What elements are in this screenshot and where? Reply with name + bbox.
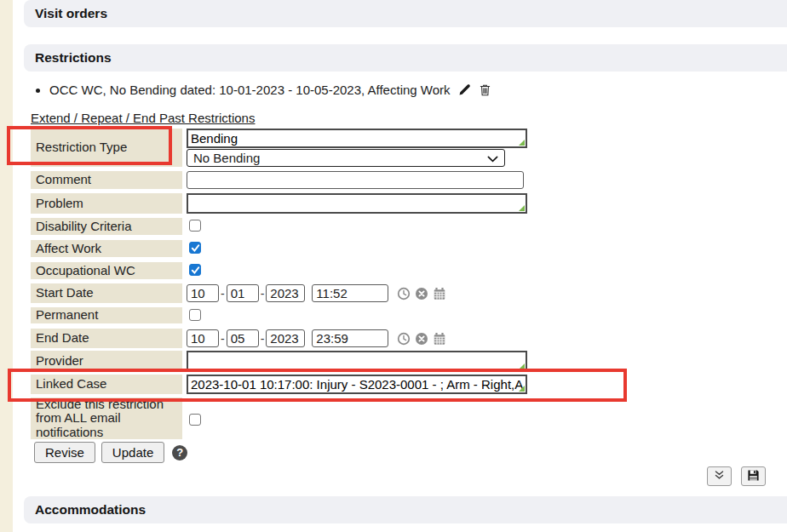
row-affect-work: Affect Work <box>31 240 678 257</box>
start-time-input[interactable] <box>312 284 388 302</box>
row-provider: Provider <box>31 351 678 372</box>
end-month-input[interactable] <box>187 329 219 347</box>
edit-pencil-icon[interactable] <box>458 83 471 100</box>
occupational-wc-checkbox[interactable] <box>189 264 201 276</box>
end-date-label: End Date <box>31 329 182 348</box>
restriction-category-textarea[interactable]: Bending <box>187 129 527 148</box>
clock-icon[interactable] <box>397 287 411 300</box>
visit-orders-title: Visit orders <box>35 6 107 21</box>
exclude-email-checkbox[interactable] <box>189 414 201 426</box>
affect-work-label: Affect Work <box>31 240 182 257</box>
restriction-type-select[interactable]: No Bending <box>187 149 505 167</box>
collapse-section-button[interactable] <box>707 466 732 486</box>
restriction-item-text: OCC WC, No Bending dated: 10-01-2023 - 1… <box>49 83 451 97</box>
form-action-buttons: Revise Update ? <box>34 442 187 463</box>
delete-trash-icon[interactable] <box>479 83 491 100</box>
help-icon[interactable]: ? <box>172 445 187 460</box>
restriction-type-label: Restriction Type <box>31 129 182 167</box>
double-chevron-down-icon <box>714 470 725 483</box>
visit-orders-page: Visit orders Restrictions OCC WC, No Ben… <box>0 0 787 532</box>
update-button[interactable]: Update <box>101 442 164 463</box>
revise-button[interactable]: Revise <box>34 442 95 463</box>
problem-label: Problem <box>31 193 182 214</box>
restrictions-title: Restrictions <box>35 50 112 66</box>
left-margin-strip <box>0 0 13 532</box>
problem-textarea[interactable] <box>187 193 527 214</box>
comment-label: Comment <box>31 171 182 189</box>
clear-date-icon[interactable] <box>415 287 428 300</box>
row-linked-case: Linked Case 2023-10-01 10:17:00: Injury … <box>31 375 678 394</box>
calendar-icon[interactable] <box>433 332 446 346</box>
comment-input[interactable] <box>187 171 524 189</box>
affect-work-checkbox[interactable] <box>189 242 201 254</box>
end-year-input[interactable] <box>266 329 305 347</box>
linked-case-label: Linked Case <box>31 375 182 394</box>
provider-textarea[interactable] <box>187 351 527 372</box>
date-separator: - <box>261 332 265 346</box>
calendar-icon[interactable] <box>433 287 446 300</box>
row-occupational-wc: Occupational WC <box>31 262 678 279</box>
section-corner-buttons <box>707 466 766 486</box>
restriction-form: Restriction Type Bending No Bending Comm… <box>31 129 678 443</box>
section-header-accommodations: Accommodations <box>24 496 787 523</box>
restriction-list-item: OCC WC, No Bending dated: 10-01-2023 - 1… <box>49 82 491 100</box>
row-comment: Comment <box>31 171 678 189</box>
accommodations-title: Accommodations <box>35 502 146 518</box>
restriction-list: OCC WC, No Bending dated: 10-01-2023 - 1… <box>34 82 491 100</box>
save-floppy-icon <box>747 469 760 484</box>
linked-case-textarea[interactable]: 2023-10-01 10:17:00: Injury - S2023-0001… <box>187 375 527 394</box>
exclude-email-label: Exclude this restriction from ALL email … <box>31 398 182 439</box>
clear-date-icon[interactable] <box>415 332 428 346</box>
row-disability-criteria: Disability Criteria <box>31 218 678 235</box>
restriction-type-selected-option: No Bending <box>193 151 260 165</box>
save-section-button[interactable] <box>741 466 766 486</box>
date-separator: - <box>221 332 225 346</box>
permanent-checkbox[interactable] <box>189 309 201 321</box>
row-start-date: Start Date - - <box>31 283 678 303</box>
end-time-input[interactable] <box>312 329 388 347</box>
end-day-input[interactable] <box>227 329 259 347</box>
disability-criteria-label: Disability Criteria <box>31 218 182 235</box>
date-separator: - <box>221 287 225 300</box>
extend-repeat-end-link[interactable]: Extend / Repeat / End Past Restrictions <box>31 111 255 125</box>
row-problem: Problem <box>31 193 678 214</box>
occupational-wc-label: Occupational WC <box>31 262 182 279</box>
row-restriction-type: Restriction Type Bending No Bending <box>31 129 678 167</box>
start-month-input[interactable] <box>187 284 219 302</box>
disability-criteria-checkbox[interactable] <box>189 220 201 232</box>
row-permanent: Permanent <box>31 307 678 323</box>
start-date-label: Start Date <box>31 283 182 303</box>
row-exclude-email: Exclude this restriction from ALL email … <box>31 398 678 439</box>
row-end-date: End Date - - <box>31 329 678 348</box>
chevron-down-icon <box>487 151 498 165</box>
permanent-label: Permanent <box>31 307 182 323</box>
date-separator: - <box>261 287 265 300</box>
start-year-input[interactable] <box>266 284 305 302</box>
section-header-restrictions: Restrictions <box>24 44 787 72</box>
provider-label: Provider <box>31 351 182 372</box>
start-day-input[interactable] <box>227 284 259 302</box>
clock-icon[interactable] <box>397 332 411 346</box>
section-header-visit-orders: Visit orders <box>24 0 787 27</box>
